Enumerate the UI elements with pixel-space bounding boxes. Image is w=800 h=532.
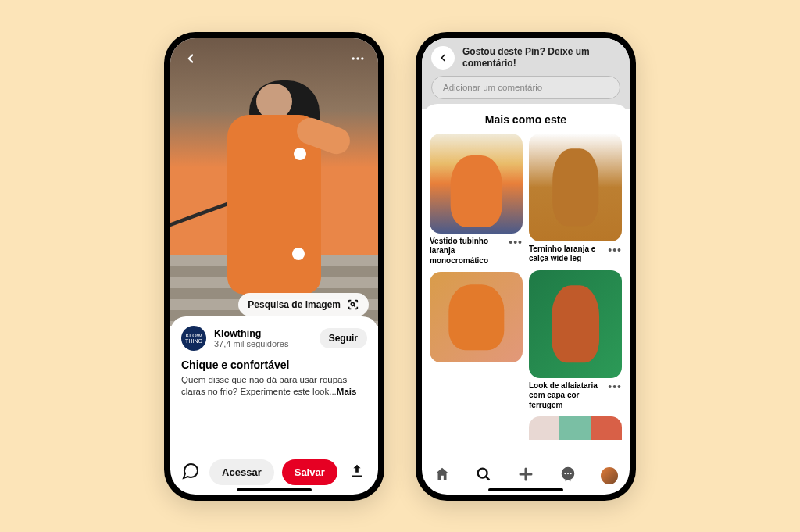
pin-description: Quem disse que não dá para usar roupas c… <box>181 374 367 398</box>
svg-line-6 <box>486 476 489 479</box>
pin-thumbnail <box>529 270 622 378</box>
author-avatar[interactable]: KLOWTHING <box>181 326 206 351</box>
pin-more-icon[interactable]: ••• <box>608 245 622 255</box>
share-icon[interactable] <box>348 462 367 483</box>
home-indicator <box>237 488 312 491</box>
svg-point-5 <box>478 468 488 477</box>
pin-thumbnail <box>430 272 523 362</box>
access-button[interactable]: Acessar <box>209 459 274 485</box>
more-like-this-title: Mais como este <box>430 113 622 126</box>
profile-tab-avatar[interactable] <box>601 467 618 484</box>
svg-line-4 <box>354 305 355 307</box>
hero-image-content <box>170 38 378 326</box>
create-tab-icon[interactable] <box>516 465 535 487</box>
product-tag-dot[interactable] <box>292 248 305 260</box>
pin-title: Chique e confortável <box>181 359 367 371</box>
pin-thumbnail <box>430 134 523 234</box>
image-search-button[interactable]: Pesquisa de imagem <box>238 293 369 316</box>
pin-caption: Terninho laranja e calça wide leg <box>529 245 605 264</box>
comment-prompt-text: Gostou deste Pin? Deixe um comentário! <box>462 46 620 70</box>
phone-left: Pesquisa de imagem KLOWTHING Klowthing 3… <box>164 32 384 501</box>
svg-point-11 <box>570 472 571 473</box>
back-icon[interactable] <box>178 46 203 71</box>
svg-point-3 <box>351 302 354 305</box>
svg-point-2 <box>361 57 363 59</box>
more-like-this-section: Mais como este Vestido tubinho laranja m… <box>422 104 630 457</box>
image-search-label: Pesquisa de imagem <box>248 299 341 310</box>
screen-left: Pesquisa de imagem KLOWTHING Klowthing 3… <box>170 38 378 495</box>
pin-info-card: KLOWTHING Klowthing 37,4 mil seguidores … <box>170 316 378 405</box>
author-name[interactable]: Klowthing <box>214 328 312 339</box>
home-indicator <box>488 488 563 491</box>
pin-thumbnail <box>529 416 622 440</box>
pin-hero-image[interactable]: Pesquisa de imagem <box>170 38 378 326</box>
pin-caption: Look de alfaiataria com capa cor ferruge… <box>529 381 605 411</box>
pin-more-icon[interactable]: ••• <box>509 237 523 248</box>
more-options-icon[interactable] <box>345 46 370 71</box>
notifications-tab-icon[interactable] <box>559 466 577 486</box>
search-tab-icon[interactable] <box>475 466 492 486</box>
svg-point-0 <box>352 57 355 59</box>
read-more-link[interactable]: Mais <box>337 387 357 396</box>
pin-caption: Vestido tubinho laranja monocromático <box>430 237 505 266</box>
author-row: KLOWTHING Klowthing 37,4 mil seguidores … <box>181 326 367 351</box>
back-button[interactable] <box>431 46 455 70</box>
svg-point-9 <box>564 472 566 473</box>
svg-point-1 <box>356 57 359 59</box>
related-pin[interactable] <box>430 272 523 362</box>
screen-right: Gostou deste Pin? Deixe um comentário! A… <box>422 38 630 495</box>
product-tag-dot[interactable] <box>294 148 306 160</box>
comment-prompt-section: Gostou deste Pin? Deixe um comentário! A… <box>422 38 630 109</box>
home-tab-icon[interactable] <box>434 466 451 486</box>
related-pin[interactable] <box>529 416 622 440</box>
related-pin[interactable]: Vestido tubinho laranja monocromático ••… <box>430 134 523 266</box>
save-button[interactable]: Salvar <box>282 459 338 485</box>
follow-button[interactable]: Seguir <box>320 328 367 348</box>
pin-thumbnail <box>529 134 622 241</box>
related-pins-grid: Vestido tubinho laranja monocromático ••… <box>430 134 622 441</box>
author-followers: 37,4 mil seguidores <box>214 339 312 348</box>
comment-input[interactable]: Adicionar um comentário <box>431 76 620 99</box>
pin-more-icon[interactable]: ••• <box>608 381 622 392</box>
visual-search-icon <box>347 298 359 311</box>
svg-point-10 <box>567 472 569 473</box>
comment-icon[interactable] <box>181 462 202 484</box>
phone-right: Gostou deste Pin? Deixe um comentário! A… <box>416 32 636 501</box>
related-pin[interactable]: Terninho laranja e calça wide leg ••• <box>529 134 622 264</box>
related-pin[interactable]: Look de alfaiataria com capa cor ferruge… <box>529 270 622 411</box>
